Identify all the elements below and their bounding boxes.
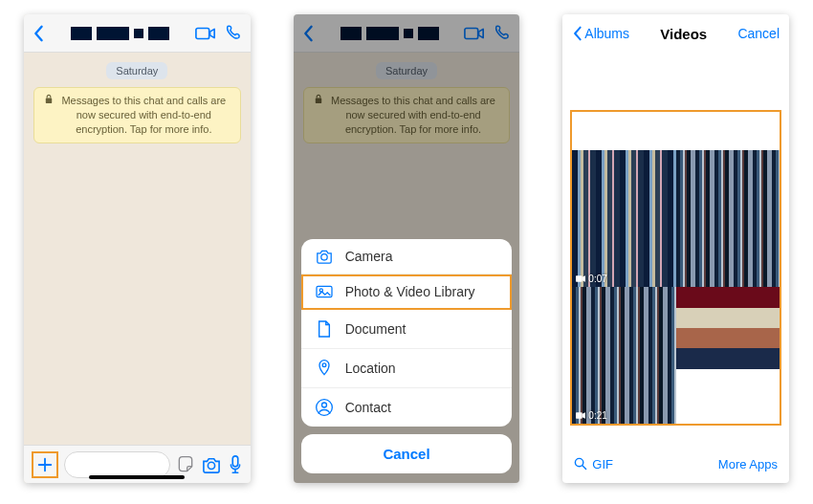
gif-label: GIF — [592, 457, 613, 471]
sheet-options: Camera Photo & Video Library Document Lo… — [301, 239, 513, 427]
svg-rect-1 — [46, 99, 52, 104]
picker-body: 0:07 0:21 — [562, 53, 789, 445]
video-thumb[interactable] — [676, 287, 780, 369]
sheet-label: Document — [345, 321, 406, 337]
camera-icon[interactable] — [201, 456, 222, 473]
contact-icon — [315, 398, 334, 417]
sheet-option-document[interactable]: Document — [301, 310, 513, 349]
back-label: Albums — [584, 26, 629, 41]
encryption-notice[interactable]: Messages to this chat and calls are now … — [33, 87, 241, 143]
video-duration: 0:07 — [576, 274, 606, 284]
more-apps-button[interactable]: More Apps — [718, 457, 778, 471]
photo-library-icon — [315, 284, 334, 299]
svg-rect-12 — [576, 275, 582, 282]
chat-body: Saturday Messages to this chat and calls… — [24, 53, 251, 445]
svg-point-9 — [322, 363, 326, 367]
whatsapp-chat-screen: Saturday Messages to this chat and calls… — [24, 14, 251, 483]
document-icon — [315, 319, 334, 339]
sheet-cancel-button[interactable]: Cancel — [301, 434, 513, 473]
day-label: Saturday — [106, 62, 167, 79]
chat-header — [24, 14, 251, 53]
photo-picker-videos-screen: Albums Videos Cancel 0:07 — [562, 14, 789, 483]
chat-title[interactable] — [53, 27, 187, 40]
sheet-label: Contact — [345, 400, 391, 415]
attach-button[interactable] — [32, 451, 58, 478]
mic-icon[interactable] — [228, 454, 243, 475]
video-thumb[interactable] — [676, 150, 780, 287]
call-icon[interactable] — [224, 24, 243, 43]
video-duration: 0:21 — [576, 410, 606, 421]
message-input[interactable] — [64, 451, 170, 478]
svg-rect-0 — [196, 28, 209, 38]
sheet-option-camera[interactable]: Camera — [301, 239, 513, 274]
sheet-option-photo-library[interactable]: Photo & Video Library — [301, 274, 513, 310]
attach-action-sheet: Camera Photo & Video Library Document Lo… — [301, 239, 513, 473]
video-grid: 0:07 0:21 — [570, 110, 781, 426]
home-indicator — [89, 475, 185, 479]
svg-point-2 — [208, 462, 214, 469]
video-thumb[interactable]: 0:07 — [572, 150, 675, 287]
sheet-label: Photo & Video Library — [345, 284, 475, 299]
svg-rect-3 — [232, 455, 238, 466]
sheet-label: Location — [345, 361, 396, 376]
sheet-option-contact[interactable]: Contact — [301, 388, 513, 427]
sticker-icon[interactable] — [176, 455, 195, 474]
video-thumb[interactable]: 0:21 — [572, 287, 675, 424]
albums-back-button[interactable]: Albums — [572, 26, 629, 41]
sheet-option-location[interactable]: Location — [301, 349, 513, 388]
location-icon — [315, 359, 334, 378]
svg-point-11 — [321, 403, 326, 407]
picker-title: Videos — [629, 26, 737, 42]
back-icon[interactable] — [32, 25, 45, 42]
picker-header: Albums Videos Cancel — [562, 14, 789, 53]
picker-cancel-button[interactable]: Cancel — [737, 26, 780, 41]
svg-point-14 — [576, 458, 583, 466]
camera-icon — [315, 249, 334, 264]
svg-point-6 — [320, 254, 326, 260]
gif-search-button[interactable]: GIF — [574, 457, 613, 471]
home-indicator — [628, 475, 724, 479]
lock-icon — [44, 94, 54, 108]
videocall-icon[interactable] — [195, 26, 216, 41]
encryption-text: Messages to this chat and calls are now … — [57, 94, 231, 137]
whatsapp-attach-sheet-screen: Saturday Messages to this chat and calls… — [294, 14, 520, 483]
svg-rect-13 — [576, 412, 582, 419]
sheet-label: Camera — [345, 249, 393, 264]
